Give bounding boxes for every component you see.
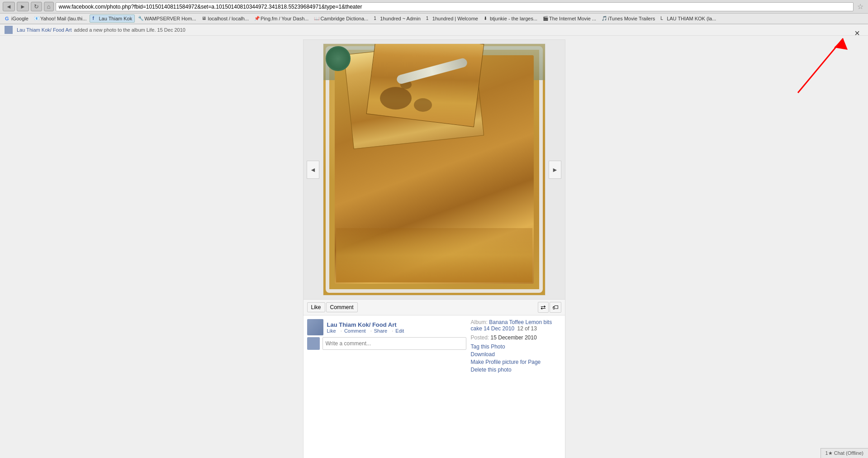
caramel-layer: [336, 228, 532, 282]
back-button[interactable]: ◄: [3, 2, 15, 11]
bookmark-1hundred-welcome[interactable]: 1 1hundred | Welcome: [424, 15, 480, 22]
bowl-green: [326, 46, 351, 71]
igoogle-icon: G: [5, 16, 10, 21]
red-arrow-annotation: [784, 25, 857, 97]
comment-area: [307, 337, 466, 350]
photo-area: ◄: [304, 40, 565, 299]
bookmark-imdb[interactable]: 🎬 The Internet Movie ...: [541, 15, 598, 22]
svg-line-0: [798, 38, 843, 93]
posted-row: Posted: 15 December 2010: [471, 334, 561, 341]
reload-button[interactable]: ↻: [31, 2, 42, 11]
1hundred-admin-icon: 1: [374, 16, 379, 21]
download-link[interactable]: Download: [471, 351, 561, 358]
bookmark-igoogle[interactable]: G iGoogle: [3, 15, 31, 22]
user-info: Lau Thiam Kok/ Food Art Like · Comment ·…: [327, 321, 407, 334]
bookmark-label: 1hundred | Welcome: [432, 16, 478, 21]
bookmark-1hundred-admin[interactable]: 1 1hundred ~ Admin: [371, 15, 423, 22]
bookmark-label: Lau Thiam Kok: [99, 16, 132, 21]
imdb-icon: 🎬: [543, 16, 548, 21]
bookmark-label: btjunkie - the larges...: [490, 16, 537, 21]
bookmark-lau-thiam-kok[interactable]: f Lau Thiam Kok: [90, 14, 135, 23]
comment-link[interactable]: Comment: [344, 328, 366, 334]
bookmark-label: iTunes Movie Trailers: [608, 16, 655, 21]
chat-bar[interactable]: 1★ Chat (Offline): [821, 448, 868, 458]
prev-photo-button[interactable]: ◄: [307, 161, 319, 179]
notification-avatar: [5, 26, 13, 34]
info-section: Lau Thiam Kok/ Food Art Like · Comment ·…: [304, 315, 565, 378]
notification-user[interactable]: Lau Thiam Kok/ Food Art: [17, 27, 71, 33]
close-button[interactable]: ×: [852, 27, 863, 39]
bookmarks-bar: G iGoogle 📧 Yahoo! Mail (lau.thi... f La…: [0, 14, 868, 24]
commenter-avatar: [307, 337, 320, 350]
photo-viewer-page: × ◄: [0, 36, 868, 458]
action-left-buttons: Like Comment: [307, 302, 358, 312]
cake-hole-2: [414, 98, 432, 112]
home-button[interactable]: ⌂: [44, 2, 54, 11]
bookmark-lau-thiam-kok2[interactable]: L LAU THIAM KOK (la...: [658, 15, 718, 22]
address-bar[interactable]: [56, 2, 854, 11]
tag-icon-button[interactable]: 🏷: [550, 302, 561, 313]
cake-hole-1: [380, 87, 412, 110]
avatar: [307, 319, 323, 335]
notification-bar: Lau Thiam Kok/ Food Art added a new phot…: [0, 24, 868, 36]
bookmark-star[interactable]: ☆: [855, 2, 865, 11]
bookmark-label: Yahoo! Mail (lau.thi...: [40, 16, 87, 21]
browser-chrome: ◄ ► ↻ ⌂ ☆ G iGoogle 📧 Yahoo! Mail (lau.t…: [0, 0, 868, 24]
yahoo-icon: 📧: [34, 16, 39, 21]
user-name-link[interactable]: Lau Thiam Kok/ Food Art: [327, 321, 407, 328]
bookmark-label: 1hundred ~ Admin: [380, 16, 421, 21]
make-profile-link[interactable]: Make Profile picture for Page: [471, 359, 561, 365]
1hundred-welcome-icon: 1: [426, 16, 432, 21]
comment-button[interactable]: Comment: [326, 302, 358, 312]
album-row: Album: Banana Toffee Lemon bits cake 14 …: [471, 319, 561, 332]
bookmark-label: localhost / localh...: [208, 16, 249, 21]
page-content: Lau Thiam Kok/ Food Art added a new phot…: [0, 24, 868, 458]
bookmark-localhost[interactable]: 🖥 localhost / localh...: [199, 15, 251, 22]
center-panel: ◄: [303, 39, 565, 458]
itunes-icon: 🎵: [602, 16, 607, 21]
share-icon-button[interactable]: ⇄: [538, 302, 549, 313]
forward-button[interactable]: ►: [17, 2, 29, 11]
wamp-icon: 🔧: [138, 16, 143, 21]
posted-date: 15 December 2010: [491, 334, 537, 341]
tag-photo-link[interactable]: Tag this Photo: [471, 344, 561, 350]
user-section: Lau Thiam Kok/ Food Art Like · Comment ·…: [307, 319, 466, 374]
like-link[interactable]: Like: [327, 328, 336, 334]
action-icon-buttons: ⇄ 🏷: [538, 302, 561, 313]
user-header: Lau Thiam Kok/ Food Art Like · Comment ·…: [307, 319, 466, 335]
bookmark-wamp[interactable]: 🔧 WAMPSERVER Hom...: [136, 15, 198, 22]
notification-action: added a new photo to the album Life. 15 …: [74, 27, 185, 33]
comment-input[interactable]: [323, 337, 466, 350]
edit-link[interactable]: Edit: [395, 328, 404, 334]
delete-photo-link[interactable]: Delete this photo: [471, 367, 561, 373]
btjunkie-icon: ⬇: [484, 16, 489, 21]
nav-bar: ◄ ► ↻ ⌂ ☆: [0, 0, 868, 14]
bookmark-yahoo[interactable]: 📧 Yahoo! Mail (lau.thi...: [32, 15, 89, 22]
photo-container: [323, 43, 545, 296]
next-photo-button[interactable]: ►: [549, 161, 561, 179]
cake-slice-2: [366, 44, 484, 127]
bookmark-itunes[interactable]: 🎵 iTunes Movie Trailers: [599, 15, 657, 22]
action-bar: Like Comment ⇄ 🏷: [304, 299, 565, 315]
bookmark-label: The Internet Movie ...: [549, 16, 596, 21]
like-button[interactable]: Like: [307, 302, 325, 312]
share-link[interactable]: Share: [374, 328, 387, 334]
cambridge-icon: 📖: [314, 16, 319, 21]
bookmark-cambridge[interactable]: 📖 Cambridge Dictiona...: [312, 15, 370, 22]
bookmark-label: Ping.fm / Your Dash...: [261, 16, 308, 21]
localhost-icon: 🖥: [202, 16, 207, 21]
food-photo-image: [323, 44, 545, 295]
album-label: Album:: [471, 319, 488, 325]
user-links: Like · Comment · Share · Edit: [327, 328, 407, 334]
album-count: 12 of 13: [517, 325, 537, 332]
bookmark-label: Cambridge Dictiona...: [320, 16, 368, 21]
bookmark-btjunkie[interactable]: ⬇ btjunkie - the larges...: [481, 15, 540, 22]
bookmark-ping[interactable]: 📌 Ping.fm / Your Dash...: [252, 15, 311, 22]
bookmark-label: iGoogle: [11, 16, 28, 21]
posted-label: Posted:: [471, 334, 489, 341]
lau2-icon: L: [660, 16, 666, 21]
svg-marker-1: [834, 38, 848, 50]
bookmark-label: LAU THIAM KOK (la...: [667, 16, 716, 21]
bookmark-label: WAMPSERVER Hom...: [144, 16, 196, 21]
avatar-image: [307, 319, 323, 335]
